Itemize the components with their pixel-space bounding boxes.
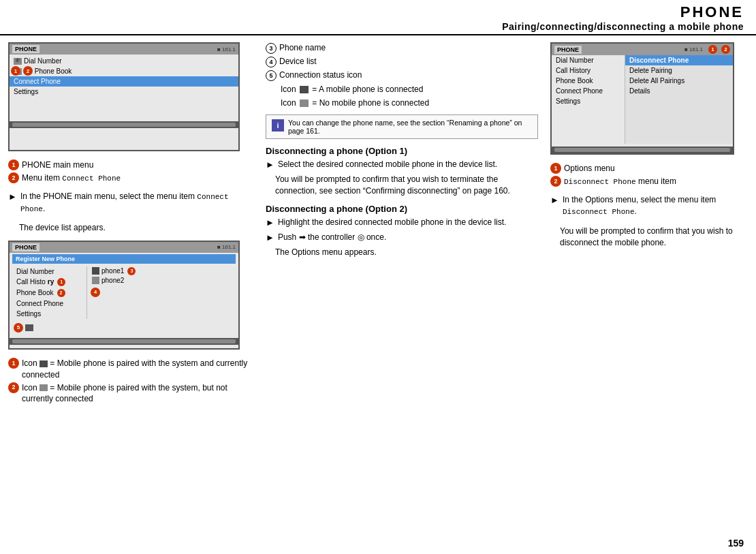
annot-5-screen2: 5 bbox=[14, 323, 23, 333]
right-menu-dialnum: Dial Number bbox=[552, 55, 625, 65]
phone2-info: ■ 161.1 bbox=[217, 244, 236, 250]
icon-connected-desc: Icon = A mobile phone is connected bbox=[266, 83, 538, 95]
option-details: Details bbox=[625, 86, 733, 96]
instruction-1: ► In the PHONE main menu, select the men… bbox=[8, 191, 253, 215]
phone1-statusbar bbox=[10, 121, 238, 128]
caption-2-row1: 1 Icon = Mobile phone is paired with the… bbox=[8, 358, 253, 381]
left-column: PHONE ■ 161.1 ✆ Dial Number 📖 Hi Phone B… bbox=[8, 42, 253, 535]
phone1-info: ■ 161.1 bbox=[217, 46, 236, 52]
right-menu-connect: Connect Phone bbox=[552, 86, 625, 96]
instruction-1-text: In the PHONE main menu, select the menu … bbox=[20, 191, 253, 215]
section2-arrow2: ► bbox=[266, 232, 274, 244]
phone2-device1: phone1 3 bbox=[91, 266, 236, 276]
annot-num-1-screen1: 1 bbox=[11, 66, 20, 76]
phone-right-info: ■ 161.1 bbox=[684, 46, 703, 52]
page-title-main: PHONE bbox=[0, 3, 744, 21]
phone-right-left-pane: Dial Number Call History Phone Book Conn… bbox=[552, 55, 625, 144]
phone2-menu-callhist: Call History 1 bbox=[12, 277, 86, 288]
section1-title: Disconnecting a phone (Option 1) bbox=[266, 146, 538, 156]
annot-right-1: 1 bbox=[708, 45, 717, 54]
caption2-num1: 1 bbox=[8, 358, 19, 369]
caption-right: 1 Options menu 2 Disconnect Phone menu i… bbox=[550, 163, 748, 189]
mid-item-5-text: Connection status icon bbox=[279, 70, 362, 81]
caption1-num1: 1 bbox=[8, 159, 19, 170]
section1-bullet1-text: Select the desired connected mobile phon… bbox=[278, 159, 497, 170]
section1-bullet1: ► Select the desired connected mobile ph… bbox=[266, 159, 538, 171]
phone2-menu-dialnum: Dial Number bbox=[12, 266, 86, 277]
phone1-statusbar-inner bbox=[12, 123, 236, 127]
caption2-num2: 2 bbox=[8, 382, 19, 393]
annot-1-screen2: 1 bbox=[57, 278, 65, 286]
caption2-text1: Icon = Mobile phone is paired with the s… bbox=[22, 358, 253, 381]
right-column: PHONE ■ 161.1 1 2 Dial Number Call Histo… bbox=[550, 42, 748, 535]
section2-bullet1: ► Highlight the desired connected mobile… bbox=[266, 217, 538, 229]
phone-screen-1-wrapper: PHONE ■ 161.1 ✆ Dial Number 📖 Hi Phone B… bbox=[8, 42, 253, 151]
arrow1: ► bbox=[8, 191, 17, 203]
right-menu-phonebook: Phone Book bbox=[552, 76, 625, 86]
device1-icon bbox=[92, 267, 99, 275]
circle-3: 3 bbox=[266, 43, 277, 54]
section2-title: Disconnecting a phone (Option 2) bbox=[266, 204, 538, 214]
info-box-text: You can change the phone name, see the s… bbox=[288, 119, 532, 135]
phone-screen-right-wrapper: PHONE ■ 161.1 1 2 Dial Number Call Histo… bbox=[550, 42, 748, 155]
dialnum-icon: ✆ bbox=[14, 58, 22, 65]
section2-bullet2-text: Push ➡ the controller ◎ once. bbox=[278, 232, 386, 243]
phone-screen-1: PHONE ■ 161.1 ✆ Dial Number 📖 Hi Phone B… bbox=[8, 42, 240, 151]
annot-4-area: 4 bbox=[91, 288, 236, 297]
phone2-device-list: phone1 3 phone2 4 bbox=[89, 266, 236, 319]
caption-right-text1: Options menu bbox=[564, 163, 615, 174]
phone2-device2: phone2 bbox=[91, 276, 236, 285]
mid-item-4-text: Device list bbox=[279, 56, 317, 67]
caption-right-row1: 1 Options menu bbox=[550, 163, 748, 174]
phone-right-panes: Dial Number Call History Phone Book Conn… bbox=[552, 55, 733, 144]
section1-arrow1: ► bbox=[266, 159, 274, 171]
device1-label: phone1 bbox=[101, 267, 124, 275]
page-header: PHONE Pairing/connecting/disconnecting a… bbox=[0, 0, 756, 35]
section2-bullet1-text: Highlight the desired connected mobile p… bbox=[278, 217, 507, 228]
section2-sub2: The Options menu appears. bbox=[266, 247, 538, 258]
phone2-statusbar-inner bbox=[12, 339, 236, 343]
phone2-topbar: PHONE ■ 161.1 bbox=[10, 242, 238, 253]
right-menu-settings: Settings bbox=[552, 96, 625, 106]
caption-2-row2: 2 Icon = Mobile phone is paired with the… bbox=[8, 382, 253, 405]
phone-right-options-pane: Disconnect Phone Delete Pairing Delete A… bbox=[625, 55, 733, 144]
caption-right-row2: 2 Disconnect Phone menu item bbox=[550, 176, 748, 187]
phone2-menu-connectphone: Connect Phone bbox=[12, 298, 86, 309]
right-instruction-1b: You will be prompted to confirm that you… bbox=[550, 226, 748, 249]
annot-5-area: 5 bbox=[10, 320, 238, 335]
mid-item-3: 3 Phone name bbox=[266, 42, 538, 54]
caption-block-1: 1 PHONE main menu 2 Menu item Connect Ph… bbox=[8, 159, 253, 185]
phone1-topbar: PHONE ■ 161.1 bbox=[10, 44, 238, 55]
phone1-menu-settings: Settings bbox=[10, 87, 238, 97]
annot-right-2: 2 bbox=[721, 45, 730, 54]
caption-1-row2: 2 Menu item Connect Phone bbox=[8, 172, 253, 184]
phone2-menu-phonebook: Phone Book 2 bbox=[12, 288, 86, 298]
caption1-text2: Menu item Connect Phone bbox=[22, 172, 121, 184]
phone2-statusbar bbox=[10, 338, 238, 345]
main-content: PHONE ■ 161.1 ✆ Dial Number 📖 Hi Phone B… bbox=[0, 35, 756, 542]
device2-label: phone2 bbox=[101, 277, 124, 284]
right-instruction-1-text: In the Options menu, select the menu ite… bbox=[563, 194, 748, 217]
info-box: i You can change the phone name, see the… bbox=[266, 114, 538, 139]
caption-right-text2: Disconnect Phone menu item bbox=[564, 176, 676, 187]
phone-screen-2-wrapper: PHONE ■ 161.1 Register New Phone Dial Nu… bbox=[8, 241, 253, 350]
info-icon: i bbox=[272, 119, 284, 132]
annot-4-screen2: 4 bbox=[91, 288, 100, 297]
caption1-num2: 2 bbox=[8, 172, 19, 183]
caption-right-num1: 1 bbox=[550, 163, 561, 174]
right-menu-callhist: Call History bbox=[552, 65, 625, 76]
section2-bullet2: ► Push ➡ the controller ◎ once. bbox=[266, 232, 538, 244]
phone1-menu: ✆ Dial Number 📖 Hi Phone Book 1 2 Connec… bbox=[10, 55, 238, 98]
caption-right-num2: 2 bbox=[550, 176, 561, 187]
page-number: 159 bbox=[728, 538, 744, 549]
circle-4: 4 bbox=[266, 57, 277, 67]
option-delete-all: Delete All Pairings bbox=[625, 76, 733, 86]
caption1-text1: PHONE main menu bbox=[22, 159, 93, 171]
phone1-menu-dialnum: ✆ Dial Number bbox=[10, 56, 238, 66]
phone-right-label: PHONE bbox=[554, 46, 582, 54]
right-instruction-1: ► In the Options menu, select the menu i… bbox=[550, 194, 748, 217]
phone1-menu-connectphone: Connect Phone bbox=[10, 76, 238, 87]
mid-item-3-text: Phone name bbox=[279, 42, 326, 54]
icon-not-connected-desc: Icon = No mobile phone is connected bbox=[266, 97, 538, 109]
middle-column: 3 Phone name 4 Device list 5 Connection … bbox=[260, 42, 544, 535]
